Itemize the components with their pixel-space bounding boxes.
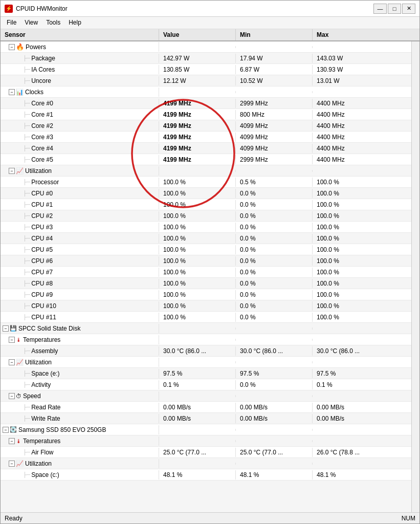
sensor-label: − ⏱ Speed [1,391,159,401]
min-cell [236,46,313,48]
table-row: ├─ Space (e:) 97.5 % 97.5 % 97.5 % [1,368,411,379]
max-cell: 0.1 % [313,380,389,389]
min-cell [236,170,313,172]
max-cell: 100.0 % [313,211,389,221]
value-cell: 100.0 % [159,290,236,299]
min-cell [236,395,313,397]
sensor-label: ├─ CPU #10 [1,301,159,311]
min-cell: 0.0 % [236,279,313,288]
min-cell [236,429,313,431]
min-cell: 0.5 % [236,178,313,187]
max-cell [313,440,389,442]
table-row: ├─ CPU #9 100.0 % 0.0 % 100.0 % [1,289,411,300]
expand-button[interactable]: − [9,337,15,343]
expand-button[interactable]: − [3,427,9,433]
sensor-label: − 📊 Clocks [1,88,159,97]
sensor-label: ├─ CPU #11 [1,313,159,322]
connector: ├─ [23,157,30,162]
leaf-label: CPU #10 [31,302,56,310]
menu-file[interactable]: File [3,18,20,28]
sensor-label: − 🌡 Temperatures [1,335,159,344]
min-cell [236,463,313,465]
expand-button[interactable]: − [9,359,15,365]
title-controls: — □ ✕ [373,4,415,14]
temp-icon: 🌡 [16,337,21,343]
min-cell: 0.0 % [236,256,313,266]
temp-icon: 🌡 [16,438,21,444]
sensor-label: − 💾 SPCC Solid State Disk [1,324,159,333]
expand-button[interactable]: − [3,325,9,332]
menu-tools[interactable]: Tools [42,18,64,28]
main-window: ⚡ CPUID HWMonitor — □ ✕ File View Tools … [0,0,420,524]
value-cell: 0.00 MB/s [159,403,236,412]
leaf-label: CPU #2 [31,212,53,220]
value-cell: 100.0 % [159,268,236,277]
leaf-label: Processor [31,179,59,186]
min-cell: 0.0 % [236,234,313,243]
sensor-label: ├─ Core #5 [1,155,159,164]
max-cell [313,429,389,431]
max-cell: 100.0 % [313,256,389,266]
min-cell: 0.0 % [236,268,313,277]
menu-view[interactable]: View [20,18,42,28]
value-cell: 4199 MHz [159,155,236,164]
leaf-label: Write Rate [31,415,60,422]
expand-button[interactable]: − [9,44,15,50]
table-row: ├─ CPU #3 100.0 % 0.0 % 100.0 % [1,222,411,233]
leaf-label: IA Cores [31,66,55,73]
max-cell: 100.0 % [313,290,389,299]
minimize-button[interactable]: — [373,4,387,14]
min-cell: 0.0 % [236,301,313,311]
max-cell [313,170,389,172]
group-label: Powers [26,43,46,51]
sensor-label: ├─ CPU #6 [1,256,159,266]
expand-button[interactable]: − [9,461,15,467]
value-cell: 100.0 % [159,256,236,266]
leaf-label: Core #4 [31,145,53,152]
expand-button[interactable]: − [9,89,15,95]
min-cell [236,440,313,442]
table-row: ├─ CPU #0 100.0 % 0.0 % 100.0 % [1,188,411,199]
leaf-label: Activity [31,381,51,388]
max-cell [313,46,389,48]
window-title: CPUID HWMonitor [16,5,68,12]
expand-button[interactable]: − [9,393,15,399]
value-cell [159,328,236,330]
scrollbar[interactable] [411,41,419,512]
group-label: Utilization [25,359,52,366]
sensor-label: ├─ Core #0 [1,99,159,108]
expand-button[interactable]: − [9,168,15,174]
connector: ├─ [23,145,30,151]
min-cell: 2999 MHz [236,155,313,164]
status-bar: Ready NUM [1,512,419,523]
speed-icon: ⏱ [16,393,21,399]
app-icon: ⚡ [5,5,13,13]
content-area: − 🔥 Powers ├─ Package 142.97 W 17.94 W 1… [1,41,419,512]
value-cell: 100.0 % [159,279,236,288]
tree-content[interactable]: − 🔥 Powers ├─ Package 142.97 W 17.94 W 1… [1,41,411,512]
fire-icon: 🔥 [16,43,24,51]
value-cell: 100.0 % [159,223,236,232]
connector: ├─ [23,314,30,320]
max-cell: 100.0 % [313,245,389,254]
min-cell: 0.0 % [236,200,313,209]
value-cell: 48.1 % [159,470,236,479]
table-row: − 💾 SPCC Solid State Disk [1,323,411,334]
expand-button[interactable]: − [9,438,15,444]
leaf-label: CPU #5 [31,246,53,253]
menu-help[interactable]: Help [64,18,85,28]
table-row: ├─ Package 142.97 W 17.94 W 143.03 W [1,53,411,64]
table-row: ├─ CPU #5 100.0 % 0.0 % 100.0 % [1,244,411,255]
value-cell: 25.0 °C (77.0 ... [159,448,236,457]
value-cell: 100.0 % [159,313,236,322]
close-button[interactable]: ✕ [402,4,415,14]
value-cell: 100.0 % [159,178,236,187]
min-cell: 0.0 % [236,245,313,254]
connector: ├─ [23,449,30,455]
connector: ├─ [23,416,30,421]
status-ready: Ready [5,515,23,522]
maximize-button[interactable]: □ [388,4,401,14]
value-cell [159,440,236,442]
sensor-label: ├─ Core #2 [1,121,159,130]
table-row: ├─ Core #3 4199 MHz 4099 MHz 4400 MHz [1,132,411,143]
